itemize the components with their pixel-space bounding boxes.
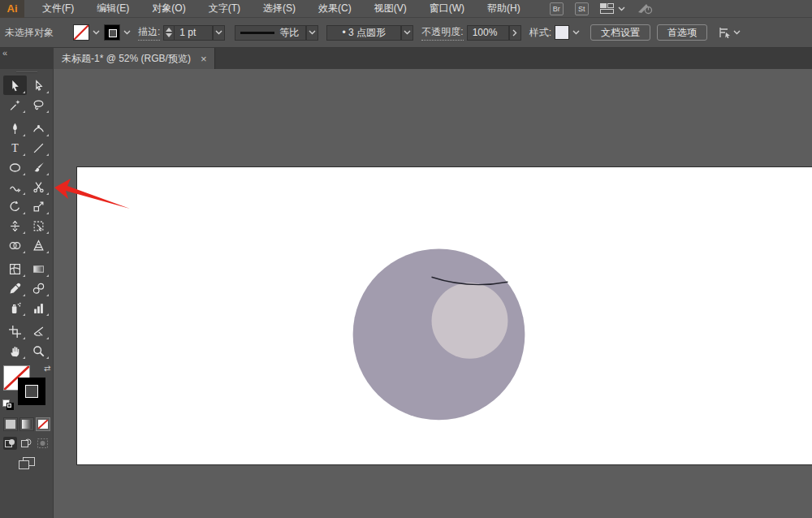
menu-bar-right: Br St (550, 2, 653, 15)
draw-behind-button[interactable] (19, 437, 33, 450)
shaper-icon (9, 181, 21, 193)
fill-dropdown-button[interactable] (90, 24, 102, 41)
mesh-icon (9, 263, 21, 275)
tool-pen[interactable] (3, 119, 27, 138)
bridge-button[interactable]: Br (550, 2, 564, 15)
draw-normal-button[interactable] (3, 437, 17, 450)
tool-ellipse[interactable] (3, 158, 27, 177)
magic-wand-icon (9, 99, 21, 111)
tool-eyedropper[interactable] (3, 278, 27, 298)
annotation-arrow (47, 175, 136, 216)
tool-zoom[interactable] (27, 341, 50, 360)
gradient-button[interactable] (19, 417, 34, 431)
stroke-width-dropdown-button[interactable] (213, 25, 225, 41)
tool-magic-wand[interactable] (3, 95, 27, 114)
brush-dropdown-button[interactable] (401, 25, 413, 41)
color-button[interactable] (3, 417, 18, 431)
menu-item[interactable]: 文件(F) (31, 0, 85, 17)
tool-rotate[interactable] (3, 196, 27, 216)
artwork-svg[interactable] (77, 167, 812, 464)
stroke-width-stepper[interactable] (163, 25, 174, 41)
opacity-flyout-button[interactable] (509, 25, 521, 41)
tool-paintbrush[interactable] (27, 158, 50, 177)
tool-lasso[interactable] (27, 95, 50, 114)
none-button[interactable] (36, 417, 50, 431)
canvas-area[interactable] (54, 69, 812, 518)
shape-builder-icon (9, 240, 21, 252)
menu-item[interactable]: 对象(O) (140, 0, 197, 17)
hand-icon (9, 345, 21, 357)
fill-color-swatch[interactable] (73, 24, 89, 41)
tool-selection[interactable] (3, 76, 27, 95)
uniform-profile-line-icon (240, 32, 274, 34)
collapse-panel-icon[interactable]: « (2, 48, 7, 58)
align-options[interactable] (719, 27, 741, 38)
screen-mode-button[interactable] (0, 457, 53, 469)
swap-fill-stroke-icon[interactable]: ⇄ (44, 364, 50, 373)
preferences-button[interactable]: 首选项 (657, 24, 707, 41)
brush-definition-field[interactable]: • 3 点圆形 (326, 25, 401, 41)
symbol-sprayer-icon (9, 302, 21, 314)
width-profile-field[interactable]: 等比 (235, 25, 306, 41)
selection-icon (9, 80, 21, 92)
document-setup-button[interactable]: 文档设置 (590, 24, 650, 41)
artboard[interactable] (76, 166, 812, 465)
menu-item[interactable]: 帮助(H) (476, 0, 532, 17)
tool-slice[interactable] (27, 322, 50, 341)
stroke-swatch-hole (110, 30, 116, 37)
default-fill-stroke-icon[interactable] (2, 399, 15, 411)
menu-item[interactable]: 效果(C) (307, 0, 363, 17)
tool-curvature[interactable] (27, 119, 50, 138)
chevron-down-icon (123, 30, 131, 35)
tools-panel: T ⇄ (0, 69, 54, 518)
tool-artboard[interactable] (3, 322, 27, 341)
tool-shape-builder[interactable] (3, 235, 27, 255)
document-tab[interactable]: 未标题-1* @ 52% (RGB/预览) × (54, 48, 215, 69)
tool-column-graph[interactable] (27, 298, 50, 317)
tool-mesh[interactable] (3, 259, 27, 278)
tool-hand[interactable] (3, 341, 27, 360)
rotate-icon (9, 201, 21, 213)
screen-mode-icon (19, 457, 35, 469)
color-type-row (0, 417, 53, 431)
illustrator-logo: Ai (0, 0, 24, 18)
workspace-switcher[interactable] (600, 3, 625, 14)
tool-grid: T (3, 76, 50, 360)
menu-list: 文件(F)编辑(E)对象(O)文字(T)选择(S)效果(C)视图(V)窗口(W)… (31, 0, 532, 17)
opacity-field[interactable]: 100% (467, 25, 509, 41)
tool-width[interactable] (3, 216, 27, 235)
width-profile-dropdown-button[interactable] (306, 25, 318, 41)
stroke-dropdown-button[interactable] (121, 24, 133, 41)
opacity-label[interactable]: 不透明度: (421, 25, 463, 41)
tool-symbol-sprayer[interactable] (3, 298, 27, 317)
tool-type[interactable]: T (3, 138, 27, 158)
toolbar-header: « (0, 48, 54, 69)
tool-shaper[interactable] (3, 177, 27, 196)
slice-icon (32, 326, 45, 338)
column-graph-icon (32, 302, 45, 314)
tool-gradient[interactable] (27, 259, 50, 278)
stock-button[interactable]: St (575, 2, 589, 15)
stroke-swatch[interactable] (18, 378, 45, 405)
stroke-color-swatch[interactable] (104, 24, 120, 41)
style-dropdown-button[interactable] (570, 24, 582, 41)
stroke-width-field[interactable]: 1 pt (174, 25, 213, 41)
menu-item[interactable]: 编辑(E) (85, 0, 140, 17)
main-area: T ⇄ (0, 69, 812, 518)
stroke-weight-label[interactable]: 描边: (138, 25, 160, 41)
tool-perspective-grid[interactable] (27, 235, 50, 255)
svg-text:T: T (11, 142, 19, 154)
tool-free-transform[interactable] (27, 216, 50, 235)
style-swatch[interactable] (555, 25, 569, 40)
tool-blend[interactable] (27, 278, 50, 298)
align-options-icon (719, 27, 732, 38)
panel-grip[interactable] (0, 69, 53, 76)
draw-inside-button[interactable] (36, 437, 50, 450)
tab-close-icon[interactable]: × (201, 54, 207, 64)
tool-line-segment[interactable] (27, 138, 50, 158)
tool-direct-selection[interactable] (27, 76, 50, 95)
menu-item[interactable]: 选择(S) (252, 0, 307, 17)
menu-item[interactable]: 视图(V) (363, 0, 418, 17)
menu-item[interactable]: 窗口(W) (418, 0, 476, 17)
menu-item[interactable]: 文字(T) (197, 0, 252, 17)
